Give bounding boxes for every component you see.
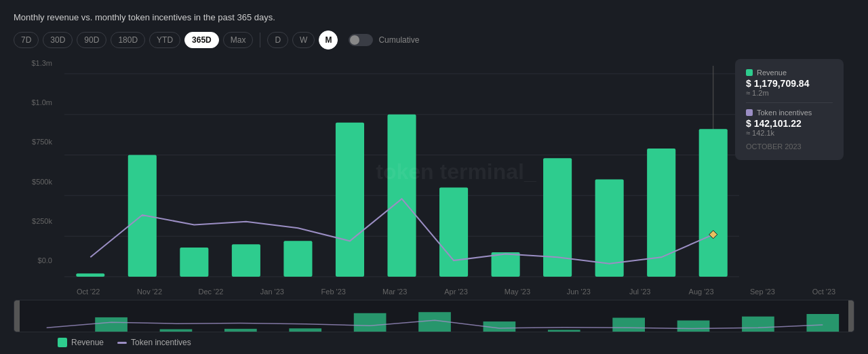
minimap[interactable] (14, 300, 854, 332)
legend-token: Token incentives (117, 338, 191, 347)
svg-rect-14 (439, 187, 468, 277)
btn-day[interactable]: D (267, 32, 288, 48)
y-label-5: $0.0 (38, 256, 52, 264)
y-label-4: $250k (32, 217, 52, 225)
btn-month[interactable]: M (319, 31, 338, 50)
cumulative-toggle[interactable] (349, 34, 373, 46)
tooltip-token-row: Token incentives $ 142,101.22 ≈ 142.1k (746, 109, 833, 137)
svg-rect-10 (232, 244, 260, 277)
tooltip-token-approx: ≈ 142.1k (746, 129, 833, 137)
svg-rect-15 (492, 252, 520, 277)
tooltip-token-label: Token incentives (746, 109, 833, 117)
x-label-4: Feb '23 (303, 288, 364, 296)
y-label-1: $1.0m (31, 98, 52, 106)
btn-7d[interactable]: 7D (14, 32, 39, 48)
cumulative-label: Cumulative (378, 35, 419, 45)
btn-180d[interactable]: 180D (111, 32, 145, 48)
x-label-0: Oct '22 (58, 288, 119, 296)
svg-rect-26 (354, 313, 387, 332)
svg-rect-12 (336, 123, 364, 277)
x-label-10: Aug '23 (671, 288, 732, 296)
tooltip-revenue-row: Revenue $ 1,179,709.84 ≈ 1.2m (746, 68, 833, 97)
svg-rect-24 (224, 329, 257, 332)
legend-revenue: Revenue (58, 338, 104, 347)
y-axis: $1.3m $1.0m $750k $500k $250k $0.0 (14, 59, 58, 283)
btn-max[interactable]: Max (223, 32, 254, 48)
btn-30d[interactable]: 30D (43, 32, 73, 48)
x-axis: Oct '22 Nov '22 Dec '22 Jan '23 Feb '23 … (14, 283, 854, 296)
svg-rect-22 (95, 317, 127, 332)
legend-token-swatch (117, 342, 127, 344)
svg-rect-13 (387, 115, 416, 277)
tooltip-revenue-approx: ≈ 1.2m (746, 89, 833, 97)
x-label-5: Mar '23 (364, 288, 425, 296)
y-label-0: $1.3m (31, 59, 52, 67)
x-label-7: May '23 (487, 288, 548, 296)
svg-rect-30 (612, 318, 645, 332)
x-label-9: Jul '23 (610, 288, 671, 296)
svg-rect-32 (742, 317, 774, 332)
controls-bar: 7D 30D 90D 180D YTD 365D Max D W M Cumul… (14, 31, 854, 50)
tooltip-date: OCTOBER 2023 (746, 142, 833, 151)
y-label-3: $500k (32, 178, 52, 186)
cumulative-toggle-wrap: Cumulative (349, 34, 419, 46)
divider (260, 33, 260, 47)
svg-rect-29 (548, 330, 580, 332)
tooltip: Revenue $ 1,179,709.84 ≈ 1.2m Token ince… (735, 59, 844, 160)
legend-revenue-swatch (58, 338, 67, 347)
y-label-2: $750k (32, 138, 52, 146)
toggle-knob (350, 35, 359, 45)
chart-container: Monthly revenue vs. monthly token incent… (0, 0, 868, 354)
svg-rect-33 (806, 314, 839, 332)
btn-ytd[interactable]: YTD (149, 32, 180, 48)
x-label-6: Apr '23 (425, 288, 486, 296)
tooltip-revenue-label: Revenue (746, 68, 833, 77)
tooltip-divider (746, 102, 833, 103)
svg-rect-9 (180, 248, 208, 277)
x-label-11: Sep '23 (732, 288, 793, 296)
svg-rect-25 (289, 328, 321, 332)
x-label-1: Nov '22 (119, 288, 180, 296)
legend-token-label: Token incentives (131, 338, 191, 347)
svg-rect-23 (160, 329, 193, 332)
btn-90d[interactable]: 90D (77, 32, 106, 48)
btn-365d[interactable]: 365D (184, 32, 219, 48)
x-label-2: Dec '22 (180, 288, 241, 296)
tooltip-revenue-value: $ 1,179,709.84 (746, 78, 833, 89)
chart-plot: token terminal_ Revenue $ 1,179,709.84 ≈… (58, 59, 854, 283)
token-swatch (746, 109, 753, 116)
btn-week[interactable]: W (292, 32, 315, 48)
revenue-swatch (746, 69, 753, 76)
chart-area: $1.3m $1.0m $750k $500k $250k $0.0 token… (14, 59, 854, 283)
x-label-12: Oct '23 (793, 288, 854, 296)
svg-rect-19 (699, 129, 728, 277)
legend-revenue-label: Revenue (71, 338, 104, 347)
x-label-8: Jun '23 (548, 288, 609, 296)
legend: Revenue Token incentives (14, 338, 854, 347)
chart-title: Monthly revenue vs. monthly token incent… (14, 12, 854, 22)
svg-rect-7 (76, 273, 104, 277)
x-label-3: Jan '23 (241, 288, 302, 296)
svg-rect-11 (283, 241, 312, 277)
svg-rect-31 (677, 321, 710, 332)
tooltip-token-value: $ 142,101.22 (746, 118, 833, 129)
